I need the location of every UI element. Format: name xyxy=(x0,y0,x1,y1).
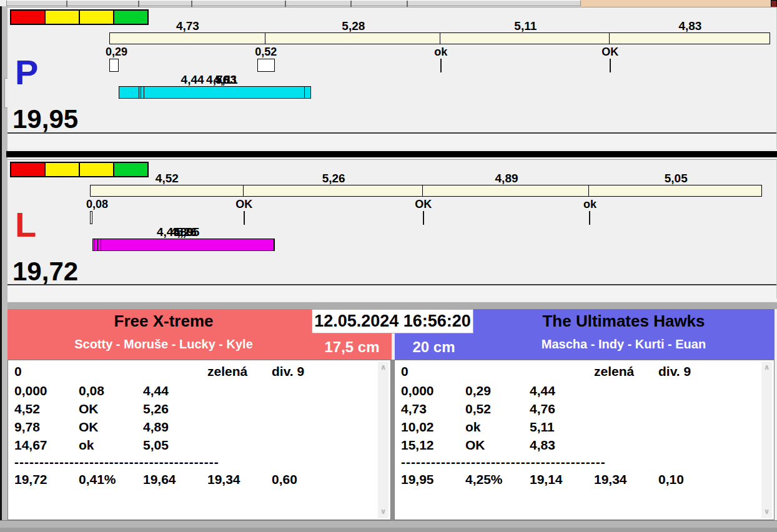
lane-panel-p: P 4,735,285,114,830,290,52okOK4,444,765,… xyxy=(7,7,777,149)
table-cell: 5,26 xyxy=(143,400,207,417)
legend-color-cell xyxy=(44,162,80,177)
reference-bar-segment xyxy=(109,32,266,44)
changeover-ok-tick xyxy=(589,211,590,225)
table-cell: div. 9 xyxy=(272,363,335,380)
table-cell: 4,44 xyxy=(530,382,593,399)
legend-color-cell xyxy=(44,9,80,25)
segment-time-label: 5,26 xyxy=(244,172,423,184)
scroll-down-icon[interactable]: ∨ xyxy=(378,507,388,517)
timing-app-window: P 4,735,285,114,830,290,52okOK4,444,765,… xyxy=(0,0,777,532)
reference-bar-segment xyxy=(90,185,244,197)
table-cell: ok xyxy=(79,436,142,453)
table-cell: 9,78 xyxy=(14,418,78,435)
lane-total-time: 19,95 xyxy=(12,106,78,132)
table-cell: 0,000 xyxy=(14,382,78,399)
changeover-ok-tick xyxy=(610,59,611,72)
table-cell: 4,73 xyxy=(401,400,465,417)
changeover-label: 0,29 xyxy=(106,46,156,57)
scroll-up-icon[interactable]: ∧ xyxy=(378,363,388,373)
table-cell: 14,67 xyxy=(14,436,78,453)
table-total-cell: 19,72 xyxy=(14,471,78,488)
table-scrollbar[interactable]: ∧ ∨ xyxy=(761,362,772,518)
lane-chart: 4,735,285,114,830,290,52okOK4,444,765,11… xyxy=(109,19,770,112)
changeover-label: OK xyxy=(398,199,448,210)
window-fragment-divider xyxy=(138,1,139,7)
table-cell: 0 xyxy=(401,363,465,380)
lane-chart: 4,525,264,895,050,08OKOKok4,445,264,895,… xyxy=(90,171,762,265)
datetime-display: 12.05.2024 16:56:20 xyxy=(312,309,473,333)
table-total-cell: 19,34 xyxy=(594,471,658,488)
team-dogs: Scotty - Moruše - Lucky - Kyle xyxy=(7,337,320,352)
result-table-right[interactable]: ∧ ∨ 0zelenádiv. 90,0000,294,444,730,524,… xyxy=(394,360,775,520)
table-cell: 0,52 xyxy=(465,400,529,417)
changeover-ok-tick xyxy=(423,211,424,225)
segment-time-label: 4,89 xyxy=(423,172,590,184)
table-cell: 5,05 xyxy=(143,436,207,453)
legend-color-cell xyxy=(10,162,46,177)
team-jump-height: 17,5 cm xyxy=(312,338,392,356)
team-name: The Ultimates Hawks xyxy=(473,312,775,330)
changeover-label: 0,52 xyxy=(241,46,291,57)
table-cell: 0 xyxy=(14,363,78,380)
window-fragment-divider xyxy=(285,1,286,7)
table-cell: div. 9 xyxy=(658,363,722,380)
window-fragment-divider xyxy=(66,1,67,7)
table-cell: 10,02 xyxy=(401,418,465,435)
lane-total-time: 19,72 xyxy=(12,259,78,285)
result-table-left[interactable]: ∧ ∨ 0zelenádiv. 90,0000,084,444,52OK5,26… xyxy=(7,360,391,520)
table-cell: OK xyxy=(79,400,142,417)
lane-letter: L xyxy=(15,207,36,242)
changeover-fault-box xyxy=(109,59,119,72)
segment-time-label: 5,28 xyxy=(266,20,441,32)
changeover-ok-tick xyxy=(440,59,442,72)
changeover-label: ok xyxy=(565,199,615,210)
segment-time-label: 5,11 xyxy=(441,20,610,32)
segment-time-label: 5,05 xyxy=(590,172,762,184)
table-cell: OK xyxy=(79,418,142,435)
reference-bar-segment xyxy=(609,32,770,44)
table-cell: ok xyxy=(465,418,529,435)
changeover-fault-box xyxy=(257,59,275,72)
background-window-strip xyxy=(0,0,777,7)
reference-bar-segment xyxy=(588,185,762,197)
lane-status-strip xyxy=(7,132,776,149)
legend-color-cell xyxy=(10,9,46,25)
table-divider: ----------------------------------------… xyxy=(401,455,701,470)
table-total-cell: 19,34 xyxy=(207,471,271,488)
run-bar-segment xyxy=(101,239,274,251)
table-total-cell: 0,41% xyxy=(79,471,142,488)
lane-divider xyxy=(6,151,777,157)
window-fragment-divider xyxy=(191,1,192,7)
table-cell: zelená xyxy=(594,363,658,380)
table-total-cell: 19,14 xyxy=(530,471,593,488)
changeover-label: OK xyxy=(585,46,635,57)
reference-bar-segment xyxy=(265,32,441,44)
table-cell: 4,83 xyxy=(530,436,593,453)
table-cell: 0,29 xyxy=(465,382,529,399)
scroll-down-icon[interactable]: ∨ xyxy=(761,507,772,517)
team-jump-height: 20 cm xyxy=(395,338,473,356)
window-fragment-divider xyxy=(407,1,408,7)
lane-letter: P xyxy=(15,55,38,90)
table-cell: zelená xyxy=(207,363,271,380)
segment-time-label: 4,52 xyxy=(90,172,244,184)
reference-bar-segment xyxy=(243,185,423,197)
segment-time-label: 4,83 xyxy=(145,74,305,86)
background-scrollbar-strip[interactable] xyxy=(0,6,7,532)
table-total-cell: 4,25% xyxy=(465,471,529,488)
scroll-up-icon[interactable]: ∧ xyxy=(761,363,772,373)
window-bottom-edge xyxy=(0,528,777,532)
background-window-fragment xyxy=(6,0,581,6)
reference-bar-segment xyxy=(440,32,610,44)
lane-status-strip xyxy=(7,284,776,300)
changeover-fault-box xyxy=(90,211,92,224)
segment-time-label: 5,05 xyxy=(102,226,274,238)
window-bottom-bar xyxy=(0,520,777,528)
reference-bar-segment xyxy=(422,185,590,197)
table-cell: 0,000 xyxy=(401,382,465,399)
lane-panel-l: L 4,525,264,895,050,08OKOKok4,445,264,89… xyxy=(7,159,777,298)
table-total-cell: 19,95 xyxy=(401,471,465,488)
table-cell: 4,89 xyxy=(143,418,207,435)
table-scrollbar[interactable]: ∧ ∨ xyxy=(378,362,388,518)
table-total-cell: 0,10 xyxy=(658,471,722,488)
